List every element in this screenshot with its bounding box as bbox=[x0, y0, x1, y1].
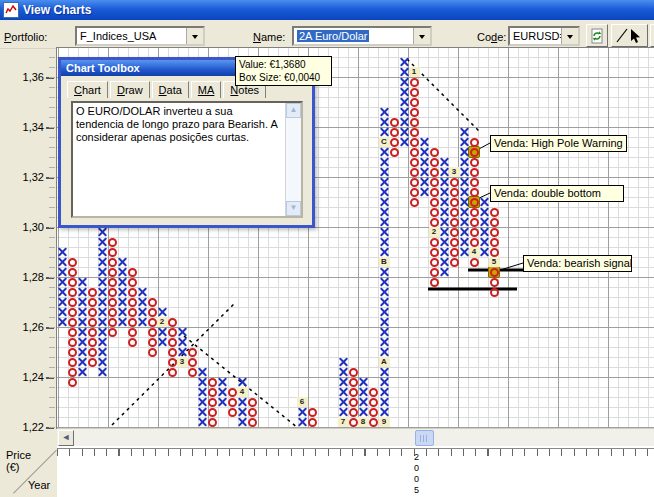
pnf-o-symbol bbox=[450, 248, 459, 257]
tab-chart[interactable]: Chart bbox=[67, 81, 108, 98]
pnf-o-symbol bbox=[228, 388, 237, 397]
chevron-down-icon bbox=[192, 35, 198, 42]
portfolio-select[interactable]: F_Indices_USA bbox=[75, 26, 205, 46]
tab-draw[interactable]: Draw bbox=[110, 81, 150, 98]
pnf-x-symbol bbox=[480, 228, 489, 237]
price-tick-label: 1,22 bbox=[0, 421, 54, 433]
pointer-tool-button[interactable] bbox=[611, 24, 648, 47]
pnf-x-symbol bbox=[98, 248, 107, 257]
pnf-x-symbol bbox=[238, 408, 247, 417]
pnf-x-symbol bbox=[440, 228, 449, 237]
code-dropdown-button[interactable] bbox=[561, 28, 578, 44]
pnf-o-symbol bbox=[410, 78, 419, 87]
pnf-x-symbol bbox=[339, 408, 348, 417]
pnf-x-symbol bbox=[460, 138, 469, 147]
pnf-o-symbol bbox=[148, 328, 157, 337]
month-marker: 5 bbox=[489, 257, 500, 267]
pnf-o-symbol bbox=[430, 208, 439, 217]
pnf-o-symbol bbox=[208, 418, 217, 427]
name-select[interactable]: 2A Euro/Dolar bbox=[292, 26, 432, 46]
pnf-x-symbol bbox=[98, 308, 107, 317]
chart-app-icon bbox=[3, 2, 19, 18]
pnf-x-symbol bbox=[480, 248, 489, 257]
pnf-o-symbol bbox=[168, 328, 177, 337]
pnf-o-symbol bbox=[450, 188, 459, 197]
pnf-x-symbol bbox=[98, 368, 107, 377]
portfolio-dropdown-button[interactable] bbox=[186, 28, 203, 44]
tab-data[interactable]: Data bbox=[152, 81, 189, 98]
pnf-x-symbol bbox=[380, 378, 389, 387]
pnf-o-symbol bbox=[88, 288, 97, 297]
pnf-x-symbol bbox=[460, 158, 469, 167]
pnf-o-symbol bbox=[108, 298, 117, 307]
month-marker: 1 bbox=[409, 67, 420, 77]
pnf-o-symbol bbox=[369, 418, 378, 427]
pnf-x-symbol bbox=[78, 368, 87, 377]
code-select[interactable]: EURUSD= bbox=[508, 26, 580, 46]
scroll-up-icon[interactable]: ▲ bbox=[286, 103, 301, 118]
pnf-o-symbol bbox=[410, 188, 419, 197]
pnf-x-symbol bbox=[178, 348, 187, 357]
pnf-o-symbol bbox=[470, 258, 479, 267]
pnf-x-symbol bbox=[380, 118, 389, 127]
pnf-x-symbol bbox=[380, 388, 389, 397]
pnf-x-symbol bbox=[198, 418, 207, 427]
pnf-x-symbol bbox=[238, 398, 247, 407]
scrollbar-thumb[interactable] bbox=[415, 430, 434, 446]
pnf-o-symbol bbox=[68, 308, 77, 317]
pnf-x-symbol bbox=[58, 258, 67, 267]
pnf-x-symbol bbox=[380, 318, 389, 327]
scroll-left-icon[interactable]: ◄ bbox=[58, 430, 74, 446]
pnf-o-symbol bbox=[470, 138, 479, 147]
pnf-x-symbol bbox=[440, 268, 449, 277]
pnf-o-symbol bbox=[68, 268, 77, 277]
pnf-o-symbol bbox=[68, 258, 77, 267]
chevron-down-icon bbox=[567, 35, 573, 42]
pnf-o-symbol bbox=[450, 218, 459, 227]
pnf-x-symbol bbox=[138, 318, 147, 327]
horizontal-scrollbar[interactable]: ◄ bbox=[57, 428, 654, 447]
name-value-selected: 2A Euro/Dolar bbox=[297, 30, 369, 42]
month-marker: B bbox=[379, 257, 390, 267]
pnf-x-symbol bbox=[380, 298, 389, 307]
notes-textarea[interactable]: O EURO/DOLAR inverteu a sua tendencia de… bbox=[73, 103, 285, 216]
pnf-x-symbol bbox=[58, 268, 67, 277]
partial-toolbar-button[interactable] bbox=[650, 24, 654, 47]
pnf-x-symbol bbox=[138, 298, 147, 307]
pnf-o-symbol bbox=[88, 358, 97, 367]
refresh-button[interactable] bbox=[586, 24, 608, 47]
pnf-x-symbol bbox=[460, 218, 469, 227]
pnf-x-symbol bbox=[138, 308, 147, 317]
callout-high-pole-warning: Venda: High Pole Warning bbox=[490, 135, 627, 152]
pnf-o-symbol bbox=[88, 348, 97, 357]
notes-scrollbar[interactable]: ▲ ▼ bbox=[285, 103, 301, 216]
pnf-x-symbol bbox=[58, 288, 67, 297]
title-bar: View Charts bbox=[0, 0, 654, 20]
pnf-x-symbol bbox=[440, 188, 449, 197]
pnf-x-symbol bbox=[218, 388, 227, 397]
pnf-x-symbol bbox=[380, 188, 389, 197]
month-marker: 7 bbox=[338, 417, 349, 427]
pnf-x-symbol bbox=[420, 148, 429, 157]
pnf-o-symbol bbox=[108, 308, 117, 317]
pnf-o-symbol bbox=[68, 358, 77, 367]
pnf-x-symbol bbox=[380, 228, 389, 237]
pnf-o-symbol bbox=[410, 178, 419, 187]
pnf-x-symbol bbox=[238, 418, 247, 427]
pnf-o-symbol bbox=[410, 168, 419, 177]
tab-ma[interactable]: MA bbox=[191, 81, 222, 98]
pnf-x-symbol bbox=[440, 158, 449, 167]
pnf-x-symbol bbox=[98, 268, 107, 277]
pnf-x-symbol bbox=[460, 128, 469, 137]
pnf-x-symbol bbox=[440, 168, 449, 177]
pnf-o-symbol bbox=[470, 208, 479, 217]
pnf-x-symbol bbox=[480, 198, 489, 207]
price-axis-minor-ticks bbox=[49, 48, 55, 428]
pnf-o-symbol bbox=[168, 358, 177, 367]
name-dropdown-button[interactable] bbox=[413, 28, 430, 44]
pnf-x-symbol bbox=[118, 268, 127, 277]
pnf-x-symbol bbox=[158, 338, 167, 347]
scroll-down-icon[interactable]: ▼ bbox=[286, 201, 301, 216]
pnf-x-symbol bbox=[420, 158, 429, 167]
pnf-o-symbol bbox=[470, 228, 479, 237]
